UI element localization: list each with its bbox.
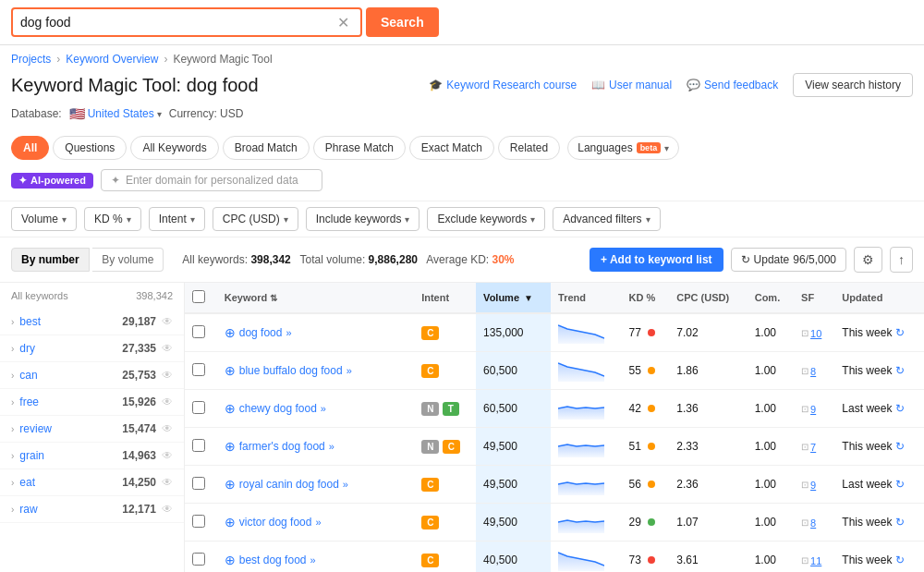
tab-related[interactable]: Related [498, 136, 560, 160]
tab-questions[interactable]: Questions [53, 136, 127, 160]
row-checkbox[interactable] [192, 515, 205, 528]
sidebar-item[interactable]: › best 29,187 👁 [0, 309, 184, 335]
search-input[interactable] [20, 15, 334, 30]
refresh-icon[interactable]: ↻ [895, 516, 905, 529]
send-feedback-link[interactable]: 💬 Send feedback [687, 79, 778, 91]
by-volume-button[interactable]: By volume [92, 248, 164, 272]
search-button[interactable]: Search [366, 7, 439, 37]
sidebar-keyword[interactable]: dry [19, 342, 35, 355]
refresh-icon[interactable]: ↻ [895, 364, 905, 377]
sf-value[interactable]: 8 [810, 366, 816, 377]
add-keyword-icon[interactable]: ⊕ [225, 401, 236, 416]
kd-filter[interactable]: KD % ▾ [84, 207, 141, 231]
keyword-link[interactable]: ⊕ blue buffalo dog food » [225, 363, 407, 378]
sidebar-item[interactable]: › raw 12,171 👁 [0, 496, 184, 523]
eye-icon[interactable]: 👁 [162, 369, 173, 382]
sidebar-keyword[interactable]: grain [19, 449, 44, 462]
add-keyword-icon[interactable]: ⊕ [225, 553, 236, 567]
add-to-list-button[interactable]: + Add to keyword list [590, 248, 723, 272]
eye-icon[interactable]: 👁 [162, 449, 173, 462]
col-keyword[interactable]: Keyword ⇅ [217, 283, 414, 313]
tab-phrase-match[interactable]: Phrase Match [313, 136, 406, 160]
volume-filter[interactable]: Volume ▾ [11, 207, 77, 231]
user-manual-link[interactable]: 📖 User manual [591, 79, 672, 91]
tab-all[interactable]: All [11, 136, 49, 160]
tab-broad-match[interactable]: Broad Match [223, 136, 310, 160]
col-trend[interactable]: Trend [551, 283, 621, 313]
sidebar-keyword[interactable]: raw [19, 503, 37, 516]
sf-value[interactable]: 10 [810, 328, 821, 339]
sidebar-item[interactable]: › review 15,474 👁 [0, 416, 184, 443]
col-volume[interactable]: Volume ▼ [476, 283, 551, 313]
breadcrumb-projects[interactable]: Projects [11, 53, 51, 66]
sf-value[interactable]: 7 [810, 442, 816, 453]
eye-icon[interactable]: 👁 [162, 342, 173, 355]
tab-exact-match[interactable]: Exact Match [409, 136, 494, 160]
col-com[interactable]: Com. [748, 283, 794, 313]
sidebar-item[interactable]: › can 25,753 👁 [0, 362, 184, 389]
sidebar-keyword[interactable]: review [19, 422, 52, 435]
export-button[interactable]: ↑ [890, 247, 913, 273]
sidebar-item[interactable]: › grain 14,963 👁 [0, 443, 184, 469]
eye-icon[interactable]: 👁 [162, 476, 173, 489]
update-button[interactable]: ↻ Update 96/5,000 [731, 248, 846, 272]
sidebar-item[interactable]: › free 15,926 👁 [0, 389, 184, 416]
exclude-keywords-filter[interactable]: Exclude keywords ▾ [427, 207, 545, 231]
settings-button[interactable]: ⚙ [854, 247, 882, 273]
advanced-filter[interactable]: Advanced filters ▾ [553, 207, 660, 231]
sidebar-item[interactable]: › eat 14,250 👁 [0, 469, 184, 496]
include-keywords-filter[interactable]: Include keywords ▾ [306, 207, 420, 231]
sf-value[interactable]: 9 [810, 404, 816, 415]
keyword-link[interactable]: ⊕ chewy dog food » [225, 401, 407, 416]
add-keyword-icon[interactable]: ⊕ [225, 477, 236, 492]
sidebar-keyword[interactable]: can [19, 369, 37, 382]
eye-icon[interactable]: 👁 [162, 503, 173, 516]
refresh-icon[interactable]: ↻ [895, 554, 905, 566]
sf-value[interactable]: 9 [810, 480, 816, 491]
refresh-icon[interactable]: ↻ [895, 402, 905, 415]
eye-icon[interactable]: 👁 [162, 422, 173, 435]
col-cpc[interactable]: CPC (USD) [669, 283, 747, 313]
sidebar-keyword[interactable]: eat [19, 476, 35, 489]
refresh-icon[interactable]: ↻ [895, 440, 905, 453]
eye-icon[interactable]: 👁 [162, 396, 173, 408]
view-history-button[interactable]: View search history [793, 73, 913, 97]
keyword-link[interactable]: ⊕ royal canin dog food » [225, 477, 407, 492]
col-updated[interactable]: Updated [834, 283, 924, 313]
keyword-link[interactable]: ⊕ victor dog food » [225, 515, 407, 529]
row-checkbox[interactable] [192, 401, 205, 414]
refresh-icon[interactable]: ↻ [895, 326, 905, 339]
add-keyword-icon[interactable]: ⊕ [225, 325, 236, 340]
add-keyword-icon[interactable]: ⊕ [225, 363, 236, 378]
breadcrumb-keyword-overview[interactable]: Keyword Overview [66, 53, 158, 66]
select-all-checkbox[interactable] [192, 290, 205, 303]
sidebar-item[interactable]: › dry 27,335 👁 [0, 335, 184, 362]
sf-value[interactable]: 11 [810, 555, 821, 566]
row-checkbox[interactable] [192, 477, 205, 490]
languages-button[interactable]: Languages beta ▾ [567, 136, 679, 160]
keyword-course-link[interactable]: 🎓 Keyword Research course [429, 79, 577, 91]
cpc-filter[interactable]: CPC (USD) ▾ [213, 207, 298, 231]
keyword-link[interactable]: ⊕ farmer's dog food » [225, 439, 407, 454]
sidebar-keyword[interactable]: best [19, 315, 41, 328]
row-checkbox[interactable] [192, 439, 205, 452]
intent-filter[interactable]: Intent ▾ [149, 207, 205, 231]
add-keyword-icon[interactable]: ⊕ [225, 515, 236, 529]
clear-button[interactable]: ✕ [334, 14, 353, 31]
keyword-link[interactable]: ⊕ dog food » [225, 325, 407, 340]
col-sf[interactable]: SF [794, 283, 834, 313]
row-checkbox[interactable] [192, 325, 205, 338]
refresh-icon[interactable]: ↻ [895, 478, 905, 491]
database-country-link[interactable]: 🇺🇸 United States ▾ [69, 106, 162, 121]
eye-icon[interactable]: 👁 [162, 315, 173, 328]
domain-input[interactable]: ✦ Enter domain for personalized data [101, 169, 322, 191]
add-keyword-icon[interactable]: ⊕ [225, 439, 236, 454]
sidebar-keyword[interactable]: free [19, 396, 39, 408]
sf-value[interactable]: 8 [810, 517, 816, 529]
col-kd[interactable]: KD % [622, 283, 670, 313]
keyword-link[interactable]: ⊕ best dog food » [225, 553, 407, 567]
row-checkbox[interactable] [192, 553, 205, 566]
by-number-button[interactable]: By number [11, 248, 90, 272]
row-checkbox[interactable] [192, 363, 205, 376]
tab-all-keywords[interactable]: All Keywords [130, 136, 218, 160]
